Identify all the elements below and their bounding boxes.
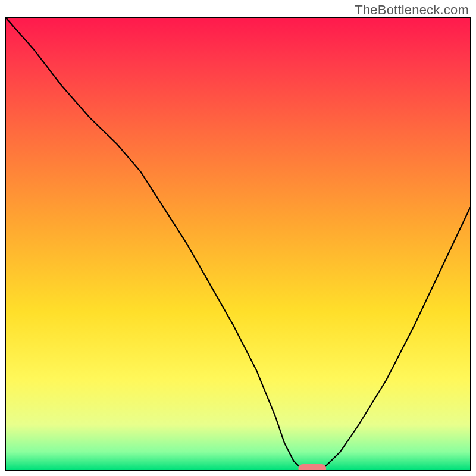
gradient-background [6,18,470,470]
plot-svg [6,18,470,470]
optimum-marker [298,464,326,470]
watermark-label: TheBottleneck.com [355,2,469,18]
chart-frame: TheBottleneck.com [0,0,476,476]
plot-area [5,17,471,471]
